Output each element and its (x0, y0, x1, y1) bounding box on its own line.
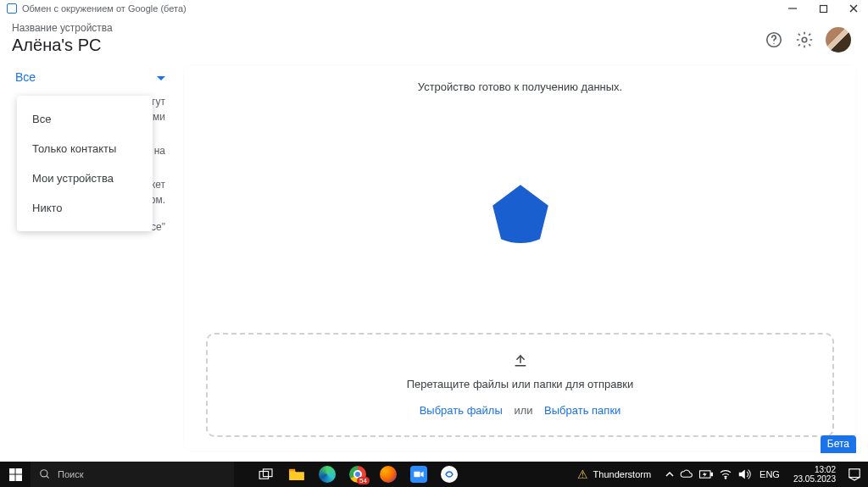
visibility-dropdown-menu: Все Только контакты Мои устройства Никто (17, 96, 153, 231)
windows-taskbar: Поиск 54 (0, 462, 868, 487)
dropdown-option-devices[interactable]: Мои устройства (17, 163, 153, 193)
svg-rect-8 (15, 468, 22, 474)
dropdown-option-all[interactable]: Все (17, 104, 153, 134)
svg-rect-16 (414, 472, 420, 477)
weather-icon: ⚠ (577, 468, 588, 481)
chevron-down-icon (157, 70, 165, 84)
nearby-share-taskbar-icon[interactable] (434, 462, 465, 487)
drop-instruction: Перетащите файлы или папки для отправки (216, 378, 824, 390)
window-close-button[interactable] (848, 3, 860, 14)
zoom-icon[interactable] (403, 462, 434, 487)
svg-rect-14 (264, 469, 273, 477)
svg-rect-20 (849, 469, 860, 478)
settings-icon[interactable] (795, 30, 814, 49)
tray-onedrive-icon[interactable] (680, 469, 693, 479)
edge-icon[interactable] (312, 462, 342, 487)
window-maximize-button[interactable] (817, 3, 829, 14)
app-icon (7, 3, 17, 14)
beta-badge: Бета (821, 435, 856, 453)
device-name: Алёна's PC (12, 36, 113, 55)
account-avatar[interactable] (826, 27, 851, 53)
device-label: Название устройства (12, 22, 113, 34)
svg-point-5 (773, 43, 774, 44)
svg-point-6 (802, 37, 807, 42)
window-title: Обмен с окружением от Google (бета) (22, 3, 186, 14)
tray-chevron-icon[interactable] (665, 469, 675, 479)
firefox-icon[interactable] (373, 462, 403, 487)
date: 23.05.2023 (793, 474, 836, 484)
or-separator: или (514, 404, 532, 417)
svg-rect-1 (820, 5, 826, 12)
svg-rect-10 (15, 474, 22, 481)
weather-widget[interactable]: ⚠ Thunderstorm (577, 468, 651, 481)
window-minimize-button[interactable] (787, 3, 798, 14)
start-button[interactable] (0, 462, 31, 487)
select-files-link[interactable]: Выбрать файлы (420, 404, 503, 417)
notifications-icon[interactable] (846, 468, 863, 481)
taskbar-search[interactable]: Поиск (31, 462, 234, 487)
svg-rect-18 (711, 473, 713, 475)
help-icon[interactable] (765, 30, 783, 49)
tray-wifi-icon[interactable] (719, 469, 732, 479)
taskview-icon[interactable] (251, 462, 281, 487)
time: 13:02 (793, 465, 836, 474)
tray-volume-icon[interactable] (737, 468, 751, 480)
ready-status-text: Устройство готово к получению данных. (418, 80, 622, 93)
app-header: Название устройства Алёна's PC (0, 17, 868, 65)
visibility-sidebar: Все и могут ами на ожет том. им "Все" Вс… (12, 65, 169, 451)
main-panel: Устройство готово к получению данных. Пе… (184, 65, 856, 451)
file-explorer-icon[interactable] (281, 462, 312, 487)
svg-rect-13 (259, 472, 269, 479)
tray-battery-icon[interactable] (698, 470, 714, 479)
chrome-badge: 54 (357, 477, 370, 484)
language-indicator[interactable]: ENG (760, 469, 780, 479)
svg-point-11 (41, 470, 47, 477)
svg-rect-9 (9, 474, 15, 481)
search-placeholder: Поиск (58, 469, 83, 479)
window-titlebar: Обмен с окружением от Google (бета) (0, 0, 868, 17)
nearby-share-graphic (485, 178, 556, 247)
svg-point-19 (725, 478, 726, 479)
chrome-icon[interactable]: 54 (342, 462, 373, 487)
visibility-selected-label: Все (15, 70, 36, 84)
device-name-block[interactable]: Название устройства Алёна's PC (12, 22, 113, 55)
dropdown-option-noone[interactable]: Никто (17, 193, 153, 223)
upload-icon (216, 351, 824, 371)
select-folders-link[interactable]: Выбрать папки (544, 404, 620, 417)
clock[interactable]: 13:02 23.05.2023 (793, 465, 836, 484)
dropdown-option-contacts[interactable]: Только контакты (17, 134, 153, 163)
svg-rect-15 (289, 469, 295, 472)
svg-rect-7 (9, 468, 15, 474)
svg-line-12 (47, 476, 49, 479)
weather-text: Thunderstorm (593, 469, 651, 479)
visibility-dropdown-trigger[interactable]: Все (12, 65, 169, 89)
drop-zone[interactable]: Перетащите файлы или папки для отправки … (206, 333, 834, 437)
